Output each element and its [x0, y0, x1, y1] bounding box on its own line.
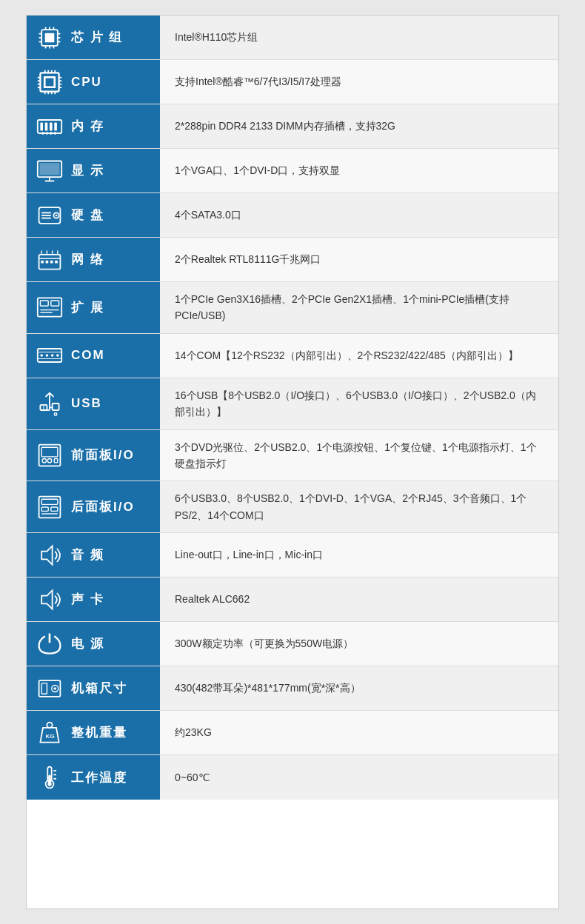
- spec-row-usb: USB16个USB【8个USB2.0（I/O接口）、6个USB3.0（I/O接口…: [27, 378, 558, 430]
- svg-rect-36: [50, 122, 53, 130]
- spec-label-text-soundcard: 声 卡: [71, 591, 104, 608]
- svg-point-77: [42, 458, 46, 462]
- svg-rect-86: [41, 683, 47, 693]
- svg-point-48: [56, 214, 58, 216]
- harddisk-icon: [36, 201, 64, 230]
- spec-value-chassis: 430(482带耳朵)*481*177mm(宽*深*高）: [160, 666, 558, 710]
- rear-panel-icon: [36, 493, 64, 521]
- display-icon: [36, 157, 64, 185]
- spec-value-memory: 2*288pin DDR4 2133 DIMM内存插槽，支持32G: [160, 104, 558, 148]
- svg-rect-54: [46, 260, 49, 263]
- spec-label-text-memory: 内 存: [71, 118, 104, 135]
- spec-label-chipset: 芯 片 组: [27, 16, 160, 59]
- spec-value-power: 300W额定功率（可更换为550W电源）: [160, 622, 558, 666]
- spec-row-harddisk: 硬 盘4个SATA3.0口: [27, 193, 558, 238]
- spec-value-com: 14个COM【12个RS232（内部引出）、2个RS232/422/485（内部…: [160, 334, 558, 378]
- svg-text:KG: KG: [46, 733, 55, 740]
- spec-label-text-cpu: CPU: [71, 75, 102, 90]
- spec-row-audio: 音 频Line-out口，Line-in口，Mic-in口: [27, 533, 558, 578]
- svg-rect-83: [51, 507, 58, 511]
- spec-label-rear-panel: 后面板I/O: [27, 481, 160, 532]
- spec-value-rear-panel: 6个USB3.0、8个USB2.0、1个DVI-D、1个VGA、2个RJ45、3…: [160, 481, 558, 532]
- memory-icon: [36, 113, 64, 141]
- audio-icon: [36, 541, 64, 569]
- spec-label-text-chassis: 机箱尺寸: [71, 680, 127, 697]
- spec-value-chipset: Intel®H110芯片组: [160, 16, 558, 59]
- spec-row-chipset: 芯 片 组Intel®H110芯片组: [27, 16, 558, 60]
- spec-label-text-harddisk: 硬 盘: [71, 207, 104, 224]
- spec-row-memory: 内 存2*288pin DDR4 2133 DIMM内存插槽，支持32G: [27, 104, 558, 149]
- svg-rect-82: [41, 507, 48, 511]
- spec-label-text-front-panel: 前面板I/O: [71, 446, 135, 463]
- svg-point-63: [40, 354, 43, 357]
- svg-rect-70: [53, 404, 59, 410]
- spec-value-weight: 约23KG: [160, 711, 558, 754]
- spec-value-audio: Line-out口，Line-in口，Mic-in口: [160, 533, 558, 577]
- svg-point-89: [47, 722, 52, 727]
- spec-label-text-chipset: 芯 片 组: [71, 29, 123, 46]
- spec-label-usb: USB: [27, 378, 160, 429]
- svg-rect-55: [50, 260, 53, 263]
- svg-rect-59: [51, 301, 59, 306]
- svg-rect-81: [41, 499, 58, 504]
- spec-label-power: 电 源: [27, 622, 160, 666]
- chipset-icon: [36, 24, 64, 52]
- spec-value-display: 1个VGA口、1个DVI-D口，支持双显: [160, 149, 558, 192]
- soundcard-icon: [36, 586, 64, 614]
- spec-row-cpu: CPU支持Intel®酷睿™6/7代I3/I5/I7处理器: [27, 60, 558, 104]
- svg-point-78: [47, 458, 51, 462]
- usb-icon: [36, 389, 64, 418]
- spec-label-front-panel: 前面板I/O: [27, 430, 160, 481]
- spec-row-chassis: 机箱尺寸430(482带耳朵)*481*177mm(宽*深*高）: [27, 666, 558, 711]
- spec-label-text-display: 显 示: [71, 162, 104, 179]
- spec-label-harddisk: 硬 盘: [27, 193, 160, 237]
- svg-rect-79: [54, 458, 58, 462]
- weight-icon: KG: [36, 719, 64, 747]
- spec-row-rear-panel: 后面板I/O6个USB3.0、8个USB2.0、1个DVI-D、1个VGA、2个…: [27, 481, 558, 533]
- spec-label-text-com: COM: [71, 348, 105, 363]
- spec-table: 芯 片 组Intel®H110芯片组 CPU支持Intel®酷睿™6/7代I3/…: [26, 15, 559, 909]
- cpu-icon: [36, 68, 64, 96]
- spec-value-harddisk: 4个SATA3.0口: [160, 193, 558, 237]
- spec-row-temperature: 工作温度0~60℃: [27, 755, 558, 800]
- spec-label-weight: KG 整机重量: [27, 711, 160, 754]
- spec-label-text-weight: 整机重量: [71, 724, 127, 741]
- spec-row-com: COM14个COM【12个RS232（内部引出）、2个RS232/422/485…: [27, 334, 558, 378]
- spec-label-soundcard: 声 卡: [27, 578, 160, 621]
- spec-label-cpu: CPU: [27, 60, 160, 104]
- svg-rect-37: [54, 122, 57, 130]
- spec-row-network: 网 络2个Realtek RTL8111G千兆网口: [27, 238, 558, 282]
- spec-value-network: 2个Realtek RTL8111G千兆网口: [160, 238, 558, 281]
- spec-label-com: COM: [27, 334, 160, 378]
- spec-label-temperature: 工作温度: [27, 755, 160, 800]
- spec-label-text-expansion: 扩 展: [71, 299, 104, 316]
- svg-point-65: [51, 354, 54, 357]
- spec-label-text-rear-panel: 后面板I/O: [71, 498, 135, 515]
- svg-rect-1: [45, 33, 55, 42]
- svg-point-94: [47, 782, 51, 786]
- spec-label-text-network: 网 络: [71, 251, 104, 268]
- spec-value-soundcard: Realtek ALC662: [160, 578, 558, 621]
- com-icon: [36, 341, 64, 369]
- svg-rect-58: [40, 301, 48, 306]
- network-icon: [36, 246, 64, 274]
- svg-point-66: [56, 354, 59, 357]
- spec-label-display: 显 示: [27, 149, 160, 192]
- svg-point-74: [54, 413, 57, 416]
- spec-label-memory: 内 存: [27, 104, 160, 148]
- spec-row-expansion: 扩 展1个PCIe Gen3X16插槽、2个PCIe Gen2X1插槽、1个mi…: [27, 282, 558, 334]
- spec-value-expansion: 1个PCIe Gen3X16插槽、2个PCIe Gen2X1插槽、1个mini-…: [160, 282, 558, 333]
- svg-rect-35: [45, 122, 48, 130]
- svg-rect-43: [40, 163, 60, 175]
- spec-label-text-power: 电 源: [71, 635, 104, 652]
- spec-value-front-panel: 3个DVD光驱位、2个USB2.0、1个电源按钮、1个复位键、1个电源指示灯、1…: [160, 430, 558, 481]
- spec-label-audio: 音 频: [27, 533, 160, 577]
- temperature-icon: [36, 763, 64, 791]
- expansion-icon: [36, 293, 64, 321]
- spec-value-cpu: 支持Intel®酷睿™6/7代I3/I5/I7处理器: [160, 60, 558, 104]
- spec-label-chassis: 机箱尺寸: [27, 666, 160, 710]
- spec-row-front-panel: 前面板I/O3个DVD光驱位、2个USB2.0、1个电源按钮、1个复位键、1个电…: [27, 430, 558, 482]
- spec-label-text-temperature: 工作温度: [71, 769, 127, 786]
- spec-row-power: 电 源300W额定功率（可更换为550W电源）: [27, 622, 558, 666]
- svg-point-88: [53, 687, 56, 690]
